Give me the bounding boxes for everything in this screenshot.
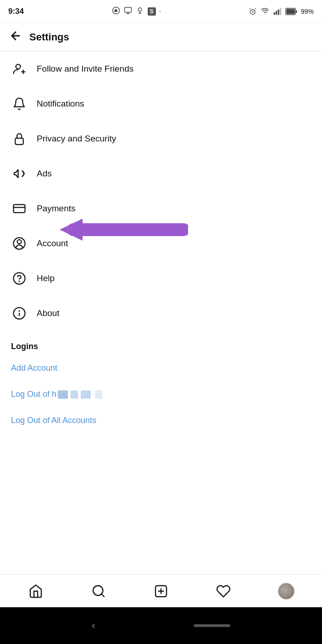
status-time: 9:34 (8, 7, 24, 16)
megaphone-icon (11, 165, 28, 182)
svg-rect-1 (124, 7, 131, 12)
android-nav-bar: ‹ (0, 607, 322, 644)
android-back-button[interactable]: ‹ (92, 620, 95, 632)
profile-avatar (278, 583, 294, 599)
redacted-group (79, 390, 104, 399)
person-circle-icon (11, 235, 28, 252)
nav-add[interactable] (147, 577, 175, 605)
log-out-text: Log Out of h (11, 390, 56, 399)
bulb-icon (136, 6, 144, 16)
home-icon (28, 584, 43, 599)
android-home-pill[interactable] (194, 624, 230, 627)
ads-label: Ads (37, 169, 52, 179)
svg-rect-8 (278, 9, 279, 15)
nav-activity[interactable] (210, 577, 237, 605)
battery-level: 99% (301, 8, 314, 15)
menu-item-notifications[interactable]: Notifications (0, 86, 322, 121)
logins-section-header: Logins (0, 331, 322, 355)
add-account-link[interactable]: Add Account (11, 363, 57, 373)
menu-item-payments[interactable]: Payments (0, 191, 322, 226)
menu-item-follow[interactable]: Follow and Invite Friends (0, 51, 322, 86)
follow-label: Follow and Invite Friends (37, 64, 133, 74)
log-out-all-item[interactable]: Log Out of All Accounts (0, 407, 322, 434)
svg-line-27 (101, 594, 104, 597)
menu-item-privacy[interactable]: Privacy and Security (0, 121, 322, 156)
menu-item-account[interactable]: Account (0, 226, 322, 261)
redacted-2 (71, 390, 78, 399)
bell-icon (11, 96, 28, 112)
person-add-icon (11, 61, 28, 77)
menu-item-about[interactable]: About (0, 296, 322, 331)
lock-icon (11, 130, 28, 147)
back-button[interactable] (9, 29, 22, 45)
signal-icon (273, 7, 282, 16)
account-label: Account (37, 238, 68, 249)
svg-point-19 (14, 273, 25, 284)
credit-card-icon (11, 200, 28, 217)
svg-rect-11 (286, 9, 294, 14)
add-account-item[interactable]: Add Account (0, 355, 322, 381)
svg-point-13 (16, 64, 21, 69)
svg-rect-12 (295, 10, 297, 13)
svg-rect-7 (276, 11, 277, 15)
svg-rect-9 (280, 8, 281, 15)
payments-label: Payments (37, 203, 75, 214)
question-circle-icon (11, 270, 28, 287)
svg-point-18 (17, 240, 22, 244)
about-label: About (37, 308, 60, 318)
settings-header: Settings (0, 23, 322, 51)
help-label: Help (37, 273, 55, 283)
settings-content: Follow and Invite Friends Notifications … (0, 51, 322, 434)
redacted-3 (81, 390, 91, 399)
svg-rect-14 (15, 138, 23, 145)
menu-item-help[interactable]: Help (0, 261, 322, 296)
redacted-4 (95, 390, 102, 399)
s-icon: S (148, 7, 156, 16)
dot-icon: • (160, 9, 161, 13)
alarm-icon (249, 7, 257, 16)
log-out-all-link[interactable]: Log Out of All Accounts (11, 416, 96, 425)
info-circle-icon (11, 305, 28, 322)
nav-home[interactable] (22, 577, 50, 605)
svg-rect-15 (14, 204, 25, 213)
status-icons: S • (112, 6, 161, 16)
menu-item-ads[interactable]: Ads (0, 156, 322, 191)
svg-rect-6 (274, 12, 275, 15)
notifications-label: Notifications (37, 99, 84, 109)
page-title: Settings (29, 31, 69, 43)
chat-icon (124, 6, 132, 16)
wifi-icon (261, 7, 270, 16)
bottom-nav (0, 574, 322, 607)
nav-search[interactable] (85, 577, 112, 605)
redacted-1 (58, 390, 68, 399)
search-icon (91, 584, 106, 599)
privacy-label: Privacy and Security (37, 134, 116, 144)
status-bar: 9:34 S • 99% (0, 0, 322, 23)
battery-icon (285, 8, 297, 15)
heart-icon (216, 584, 231, 599)
status-right-icons: 99% (249, 7, 314, 16)
svg-point-4 (138, 8, 142, 11)
whatsapp-icon (112, 6, 120, 16)
add-icon (154, 584, 168, 599)
logins-title: Logins (11, 342, 38, 351)
nav-profile[interactable] (272, 577, 300, 605)
log-out-item[interactable]: Log Out of h (0, 381, 322, 407)
